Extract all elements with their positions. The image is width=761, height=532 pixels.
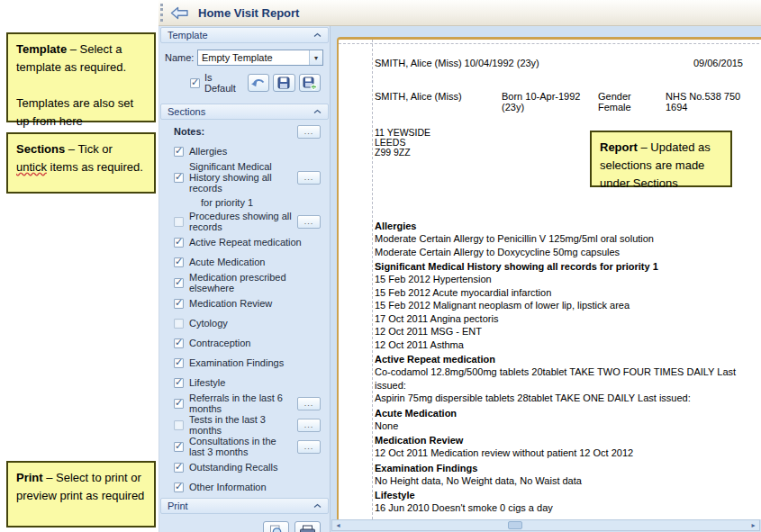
name-label: Name:	[165, 52, 197, 63]
print-group-header[interactable]: Print	[160, 498, 329, 514]
callout-template-para2: Templates are also set up from here	[16, 95, 146, 131]
report-line: 15 Feb 2012 Acute myocardial infarction	[375, 286, 761, 300]
combo-dropdown-icon[interactable]: ▾	[309, 50, 322, 65]
print-group: Print	[159, 497, 330, 532]
callout-report-text: Report – Updated as selections are made …	[600, 139, 722, 193]
callout-print: Print – Select to print or preview print…	[6, 461, 156, 527]
sections-checklist: AllergiesSignificant Medical History sho…	[159, 141, 330, 497]
section-checkbox[interactable]	[174, 217, 184, 227]
print-preview-icon	[268, 525, 284, 532]
report-line: 12 Oct 2011 Asthma	[375, 338, 761, 352]
more-button[interactable]: ...	[297, 215, 321, 229]
back-arrow-icon	[170, 6, 189, 20]
more-button[interactable]: ...	[297, 171, 321, 185]
section-item-label: Significant Medical History showing all …	[189, 161, 294, 194]
revert-template-button[interactable]	[248, 74, 269, 92]
section-checkbox[interactable]	[174, 147, 184, 157]
sections-group-header[interactable]: Sections	[160, 104, 329, 120]
callout-sections: Sections – Tick or untick items as requi…	[6, 132, 156, 194]
section-item-subtext: for priority 1	[159, 194, 330, 211]
section-checkbox[interactable]	[174, 238, 184, 248]
report-line: 17 Oct 2011 Angina pectoris	[375, 312, 761, 326]
scrollbar-thumb[interactable]	[508, 521, 522, 529]
callout-report-title: Report	[600, 140, 638, 154]
report-line: No Height data, No Weight data, No Waist…	[375, 474, 761, 488]
section-checkbox[interactable]	[174, 257, 184, 267]
banner-nhs-number: NHS No.538 750 1694	[666, 91, 758, 113]
callout-sections-squiggle-word: untick	[16, 160, 47, 174]
is-default-checkbox[interactable]	[190, 78, 200, 88]
is-default-row: Is Default	[190, 72, 321, 94]
section-item-label: Procedures showing all records	[189, 211, 294, 232]
scroll-left-arrow-icon[interactable]: ◂	[332, 520, 344, 530]
back-button[interactable]	[170, 6, 189, 20]
section-checkbox[interactable]	[174, 442, 184, 452]
report-line: Moderate Certain Allergy to Doxycycline …	[375, 246, 761, 259]
page-margin-guide-vertical	[372, 40, 373, 519]
section-item-row: Examination Findings	[159, 353, 330, 373]
report-section-heading: Acute Medication	[375, 408, 761, 419]
more-button[interactable]: ...	[297, 440, 321, 454]
scroll-right-arrow-icon[interactable]: ▸	[747, 520, 759, 530]
section-item-row: Referrals in the last 6 months...	[159, 392, 330, 414]
section-item-row: Contraception	[159, 333, 330, 353]
section-checkbox[interactable]	[174, 399, 184, 409]
report-date: 09/06/2015	[693, 58, 743, 68]
callout-sections-rest-a: – Tick or	[65, 142, 113, 156]
section-checkbox[interactable]	[174, 482, 184, 492]
banner-gender: Gender Female	[598, 91, 666, 113]
banner-name: SMITH, Alice (Miss)	[375, 91, 502, 113]
section-checkbox[interactable]	[174, 420, 184, 430]
callout-print-title: Print	[16, 471, 43, 484]
callout-sections-text: Sections – Tick or untick items as requi…	[16, 140, 146, 176]
report-line: Aspirin 75mg dispersible tablets 28table…	[375, 392, 761, 405]
notes-label: Notes:	[174, 126, 204, 137]
horizontal-scrollbar[interactable]: ◂ ▸	[331, 519, 760, 531]
section-item-row: Allergies	[159, 141, 330, 161]
section-checkbox[interactable]	[174, 278, 184, 288]
section-item-label: Consultations in the last 3 months	[189, 436, 294, 457]
print-button[interactable]	[294, 521, 321, 532]
section-checkbox[interactable]	[174, 319, 184, 329]
section-checkbox[interactable]	[174, 173, 184, 183]
section-item-label: Contraception	[189, 338, 321, 348]
save-template-as-button[interactable]	[299, 74, 321, 92]
section-checkbox[interactable]	[174, 463, 184, 473]
print-preview-button[interactable]	[263, 521, 289, 532]
section-item-row: Outstanding Recalls	[159, 457, 330, 477]
template-group-header[interactable]: Template	[160, 27, 329, 43]
notes-row: Notes: ...	[159, 120, 330, 141]
section-checkbox[interactable]	[174, 299, 184, 309]
patient-header-line: SMITH, Alice (Miss) 10/04/1992 (23y) 09/…	[375, 58, 743, 68]
sections-group-header-label: Sections	[168, 106, 205, 117]
section-item-label: Lifestyle	[189, 377, 321, 388]
callout-report: Report – Updated as selections are made …	[590, 131, 732, 187]
section-item-label: Other Information	[189, 482, 321, 492]
save-template-button[interactable]	[273, 74, 294, 92]
report-area: SMITH, Alice (Miss) 10/04/1992 (23y) 09/…	[331, 26, 761, 532]
drag-grip[interactable]	[160, 4, 163, 22]
printer-icon	[299, 525, 316, 532]
section-checkbox[interactable]	[174, 338, 184, 348]
notes-more-button[interactable]: ...	[297, 125, 321, 139]
template-group: Template Name: Empty Template ▾ Is Defau…	[159, 26, 330, 101]
more-button[interactable]: ...	[297, 397, 321, 410]
callout-sections-title: Sections	[16, 142, 65, 156]
section-item-label: Cytology	[189, 318, 321, 329]
template-combobox[interactable]: Empty Template ▾	[197, 50, 323, 66]
callout-template-text: Template – Select a template as required…	[16, 41, 146, 77]
section-item-label: Active Repeat medication	[189, 237, 321, 248]
section-item-label: Examination Findings	[189, 357, 321, 368]
more-button[interactable]: ...	[297, 419, 321, 432]
section-checkbox[interactable]	[174, 358, 184, 368]
report-body: AllergiesModerate Certain Allergy to Pen…	[375, 221, 761, 519]
section-checkbox[interactable]	[174, 378, 184, 388]
section-item-label: Referrals in the last 6 months	[189, 392, 294, 414]
patient-banner: SMITH, Alice (Miss) Born 10-Apr-1992 (23…	[375, 91, 758, 113]
section-item-row: Tests in the last 3 months...	[159, 414, 330, 436]
section-item-label: Acute Medication	[189, 257, 321, 267]
report-line: 16 Jun 2010 Doesn't smoke 0 cigs a day	[375, 501, 761, 515]
template-combobox-value: Empty Template	[198, 52, 309, 63]
section-item-row: Acute Medication	[159, 252, 330, 272]
section-item-row: Other Information	[159, 477, 330, 497]
